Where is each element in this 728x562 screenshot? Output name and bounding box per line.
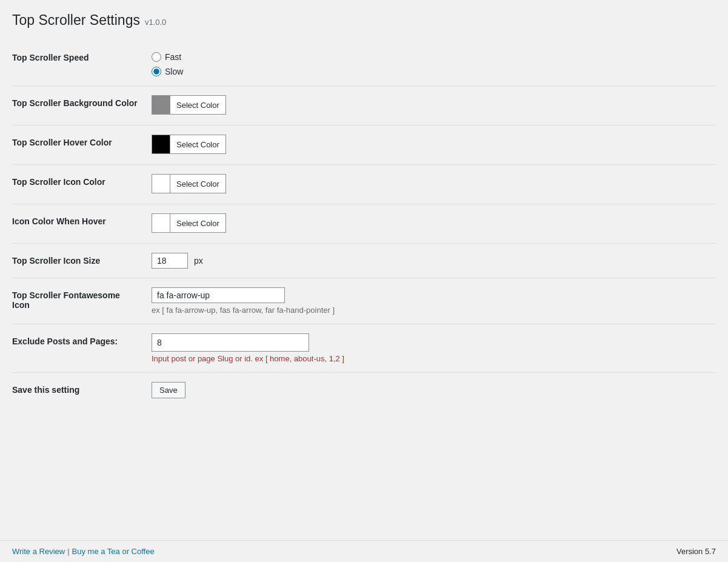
px-unit-label: px (194, 256, 203, 266)
exclude-hint: Input post or page Slug or id. ex [ home… (152, 354, 710, 363)
fontawesome-row: Top Scroller Fontawesome Icon ex [ fa fa… (12, 278, 716, 324)
icon-hover-color-row: Icon Color When Hover Select Color (12, 204, 716, 244)
icon-size-row: Top Scroller Icon Size px (12, 244, 716, 278)
fontawesome-input-wrap: ex [ fa fa-arrow-up, fas fa-arrow, far f… (152, 287, 710, 315)
speed-slow-option[interactable]: Slow (152, 67, 710, 76)
hover-color-row: Top Scroller Hover Color Select Color (12, 125, 716, 165)
hover-color-btn-label: Select Color (170, 135, 225, 153)
icon-color-control: Select Color (145, 165, 716, 204)
version-badge: v1.0.0 (145, 18, 166, 27)
speed-slow-radio[interactable] (152, 67, 161, 76)
bg-color-row: Top Scroller Background Color Select Col… (12, 86, 716, 125)
bg-color-btn-label: Select Color (170, 96, 225, 114)
footer-version: Version 5.7 (676, 547, 716, 556)
exclude-label: Exclude Posts and Pages: (12, 324, 145, 373)
hover-color-picker-button[interactable]: Select Color (152, 135, 226, 154)
icon-hover-color-control: Select Color (145, 204, 716, 244)
icon-hover-color-picker-button[interactable]: Select Color (152, 213, 226, 233)
icon-size-label: Top Scroller Icon Size (12, 244, 145, 278)
fontawesome-input[interactable] (152, 287, 285, 303)
exclude-input[interactable] (152, 333, 309, 352)
page-wrap: Top Scroller Settings v1.0.0 Top Scrolle… (0, 0, 728, 444)
bg-color-picker-button[interactable]: Select Color (152, 95, 226, 115)
fontawesome-control: ex [ fa fa-arrow-up, fas fa-arrow, far f… (145, 278, 716, 324)
hover-color-label: Top Scroller Hover Color (12, 125, 145, 165)
icon-size-input[interactable] (152, 253, 188, 269)
save-button[interactable]: Save (152, 382, 185, 398)
exclude-input-wrap: Input post or page Slug or id. ex [ home… (152, 333, 710, 363)
page-title: Top Scroller Settings v1.0.0 (12, 12, 716, 28)
icon-color-picker-button[interactable]: Select Color (152, 174, 226, 193)
footer: Write a Review | Buy me a Tea or Coffee … (0, 540, 728, 562)
icon-size-control: px (145, 244, 716, 278)
speed-slow-label: Slow (165, 67, 183, 76)
buy-coffee-link[interactable]: Buy me a Tea or Coffee (72, 547, 155, 556)
icon-color-row: Top Scroller Icon Color Select Color (12, 165, 716, 204)
save-control: Save (145, 373, 716, 408)
settings-table: Top Scroller Speed Fast Slow Top Scr (12, 41, 716, 407)
speed-label: Top Scroller Speed (12, 41, 145, 86)
icon-hover-color-btn-label: Select Color (170, 214, 225, 232)
speed-fast-radio[interactable] (152, 52, 161, 62)
speed-fast-option[interactable]: Fast (152, 52, 710, 62)
icon-hover-color-label: Icon Color When Hover (12, 204, 145, 244)
fontawesome-label: Top Scroller Fontawesome Icon (12, 278, 145, 324)
speed-control: Fast Slow (145, 41, 716, 86)
bg-color-swatch (152, 96, 170, 114)
footer-links: Write a Review | Buy me a Tea or Coffee (12, 547, 155, 556)
speed-fast-label: Fast (165, 52, 181, 62)
bg-color-control: Select Color (145, 86, 716, 125)
icon-hover-color-swatch (152, 214, 170, 232)
save-label: Save this setting (12, 373, 145, 408)
icon-color-label: Top Scroller Icon Color (12, 165, 145, 204)
write-review-link[interactable]: Write a Review (12, 547, 65, 556)
speed-row: Top Scroller Speed Fast Slow (12, 41, 716, 86)
title-text: Top Scroller Settings (12, 12, 140, 28)
icon-color-swatch (152, 175, 170, 193)
exclude-control: Input post or page Slug or id. ex [ home… (145, 324, 716, 373)
exclude-row: Exclude Posts and Pages: Input post or p… (12, 324, 716, 373)
icon-color-btn-label: Select Color (170, 175, 225, 193)
footer-separator: | (67, 547, 69, 556)
save-row: Save this setting Save (12, 373, 716, 408)
hover-color-swatch (152, 135, 170, 153)
speed-radio-group: Fast Slow (152, 50, 710, 76)
bg-color-label: Top Scroller Background Color (12, 86, 145, 125)
hover-color-control: Select Color (145, 125, 716, 165)
fontawesome-help: ex [ fa fa-arrow-up, fas fa-arrow, far f… (152, 306, 710, 315)
